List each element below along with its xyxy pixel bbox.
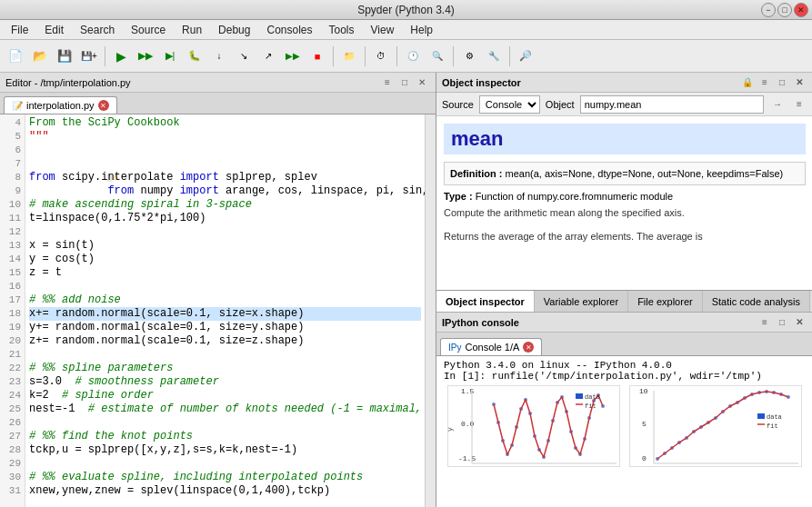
editor-maximize-button[interactable]: □ [396, 75, 413, 91]
console-close-button[interactable]: ✕ [791, 314, 807, 331]
editor-close-button[interactable]: ✕ [414, 75, 430, 91]
svg-text:0: 0 [642, 454, 647, 462]
code-line: z+= random.normal(scale=0.1, size=z.shap… [29, 334, 421, 348]
window-controls[interactable]: − □ ✕ [761, 3, 808, 17]
find-button[interactable]: 🔍 [426, 45, 449, 68]
plot-left: 1.5 0.0 -1.5 y [447, 385, 620, 467]
toolbar-sep-6 [509, 46, 510, 66]
set-cwd-button[interactable]: 📁 [337, 45, 361, 68]
code-line: z = t [29, 266, 421, 280]
plot-right-svg: 10 5 0 [630, 386, 803, 468]
svg-rect-59 [757, 413, 765, 419]
obj-inspector-maximize-button[interactable]: □ [774, 75, 790, 91]
console-maximize-button[interactable]: □ [774, 314, 790, 331]
code-line [29, 457, 421, 471]
tab-variable-explorer[interactable]: Variable explorer [535, 291, 628, 312]
menu-debug[interactable]: Debug [211, 22, 257, 38]
profile-button[interactable]: ⏱ [369, 45, 393, 68]
continue-button[interactable]: ▶▶ [281, 45, 305, 68]
tab-static-code-analysis[interactable]: Static code analysis [703, 291, 810, 312]
tab-object-inspector[interactable]: Object inspector [436, 291, 535, 312]
step-button[interactable]: ↓ [207, 45, 231, 68]
editor-options-button[interactable]: ≡ [379, 75, 396, 91]
debug-button[interactable]: 🐛 [183, 45, 206, 68]
toolbar-sep-1 [105, 46, 105, 66]
menu-consoles[interactable]: Consoles [259, 22, 319, 38]
zoom-in-button[interactable]: 🔎 [514, 45, 537, 68]
obj-options-button[interactable]: ≡ [791, 96, 807, 113]
obj-inspector-options-button[interactable]: ≡ [757, 75, 773, 91]
maximize-button[interactable]: □ [777, 3, 792, 17]
history-button[interactable]: 🕐 [401, 45, 425, 68]
console-header: IPython console ≡ □ ✕ [436, 313, 812, 333]
editor-tab-label: interpolation.py [26, 100, 95, 111]
console-content[interactable]: Python 3.4.0 on linux -- IPython 4.0.0 I… [436, 356, 812, 507]
editor-tab-bar: 📝 interpolation.py ✕ [0, 93, 436, 114]
code-area: 456789 101112131415 161718192021 2223242… [0, 114, 436, 507]
menu-source[interactable]: Source [124, 22, 173, 38]
open-file-button[interactable]: 📂 [28, 45, 52, 68]
run-selection-button[interactable]: ▶| [158, 45, 182, 68]
code-line: y+= random.normal(scale=0.1, size=y.shap… [29, 321, 421, 334]
menu-help[interactable]: Help [403, 22, 440, 38]
console-tab-label: Console 1/A [465, 342, 519, 353]
minimize-button[interactable]: − [761, 3, 776, 17]
menu-search[interactable]: Search [73, 22, 122, 38]
menu-file[interactable]: File [4, 22, 35, 38]
obj-arrow-button[interactable]: → [769, 96, 786, 113]
step-out-button[interactable]: ↗ [256, 45, 280, 68]
save-all-button[interactable]: 💾+ [77, 45, 101, 68]
obj-function-title: mean [444, 124, 806, 154]
source-label: Source [442, 99, 474, 110]
code-line [29, 144, 421, 157]
console-tab-close[interactable]: ✕ [523, 342, 534, 353]
stop-debug-button[interactable]: ■ [306, 45, 329, 68]
svg-text:y: y [448, 427, 454, 432]
options2-button[interactable]: 🔧 [482, 45, 506, 68]
svg-text:fit: fit [767, 422, 778, 430]
svg-text:5: 5 [642, 420, 647, 428]
code-line [29, 280, 421, 293]
run-cell-button[interactable]: ▶▶ [134, 45, 157, 68]
preferences-button[interactable]: ⚙ [457, 45, 481, 68]
code-line: ⚠⚠ from numpy import arange, cos, linspa… [29, 157, 421, 171]
code-content: 456789 101112131415 161718192021 2223242… [0, 114, 436, 507]
step-into-button[interactable]: ↘ [232, 45, 256, 68]
editor-tab[interactable]: 📝 interpolation.py ✕ [4, 96, 117, 114]
code-lines[interactable]: From the SciPy Cookbook """ ⚠⚠ from nump… [25, 114, 425, 507]
code-line: # %% spline parameters [29, 362, 421, 375]
menu-view[interactable]: View [364, 22, 402, 38]
obj-inspector-header-icons: 🔒 ≡ □ ✕ [739, 75, 807, 91]
run-button[interactable]: ▶ [109, 45, 133, 68]
tab-file-explorer[interactable]: File explorer [628, 291, 703, 312]
obj-inspector-close-button[interactable]: ✕ [791, 75, 807, 91]
save-file-button[interactable]: 💾 [53, 45, 76, 68]
svg-text:10: 10 [639, 387, 648, 395]
editor-scrollbar[interactable] [425, 114, 436, 507]
console-panel: IPython console ≡ □ ✕ IPy Console 1/A ✕ … [436, 313, 812, 507]
plot-right: 10 5 0 [629, 385, 802, 467]
code-line: nest=-1 # estimate of number of knots ne… [29, 403, 421, 416]
menu-edit[interactable]: Edit [37, 22, 71, 38]
console-startup: Python 3.4.0 on linux -- IPython 4.0.0 [444, 360, 806, 371]
editor-tab-close[interactable]: ✕ [98, 100, 109, 111]
obj-inspector-lock-icon[interactable]: 🔒 [739, 75, 756, 91]
source-select[interactable]: Console Editor [479, 95, 540, 114]
editor-header: Editor - /tmp/interpolation.py ≡ □ ✕ [0, 73, 436, 93]
object-input[interactable] [580, 95, 764, 114]
code-line: From the SciPy Cookbook [29, 116, 421, 130]
editor-panel: Editor - /tmp/interpolation.py ≡ □ ✕ 📝 i… [0, 73, 436, 507]
obj-source-bar: Source Console Editor Object → ≡ [436, 93, 812, 116]
toolbar-sep-3 [365, 46, 366, 66]
code-line: x = sin(t) [29, 239, 421, 253]
def-text: mean(a, axis=None, dtype=None, out=None,… [506, 168, 784, 179]
menu-run[interactable]: Run [175, 22, 209, 38]
console-tab[interactable]: IPy Console 1/A ✕ [440, 338, 542, 355]
code-line: # %% add noise [29, 293, 421, 307]
new-file-button[interactable]: 📄 [4, 45, 27, 68]
code-line [29, 225, 421, 239]
menu-tools[interactable]: Tools [322, 22, 362, 38]
close-button[interactable]: ✕ [794, 3, 808, 17]
console-options-button[interactable]: ≡ [757, 314, 773, 331]
console-title: IPython console [442, 317, 519, 328]
